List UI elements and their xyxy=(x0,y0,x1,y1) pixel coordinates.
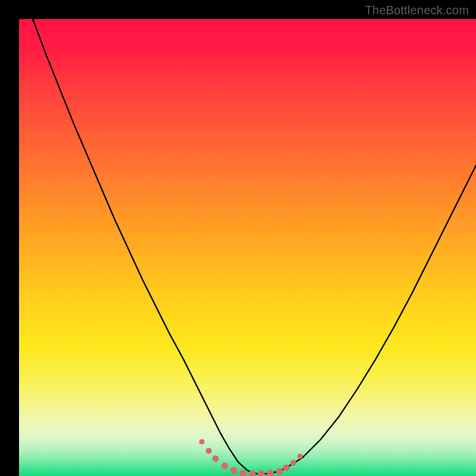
emphasis-dot xyxy=(258,470,265,476)
emphasis-dot xyxy=(199,439,205,444)
emphasis-dot xyxy=(206,448,212,454)
curve-layer xyxy=(19,19,476,476)
emphasis-dot xyxy=(290,460,296,466)
emphasis-dot xyxy=(230,467,237,474)
emphasis-dot xyxy=(283,465,290,471)
emphasis-dot xyxy=(267,469,274,476)
emphasis-dot xyxy=(221,462,228,469)
emphasis-dot xyxy=(212,455,219,462)
emphasis-markers xyxy=(199,439,303,476)
emphasis-dot xyxy=(298,453,303,459)
emphasis-dot xyxy=(239,469,246,476)
plot-area xyxy=(19,19,476,476)
watermark-text: TheBottleneck.com xyxy=(365,4,469,17)
emphasis-dot xyxy=(276,468,283,475)
chart-stage: TheBottleneck.com xyxy=(0,0,476,476)
bottleneck-curve xyxy=(19,19,476,474)
